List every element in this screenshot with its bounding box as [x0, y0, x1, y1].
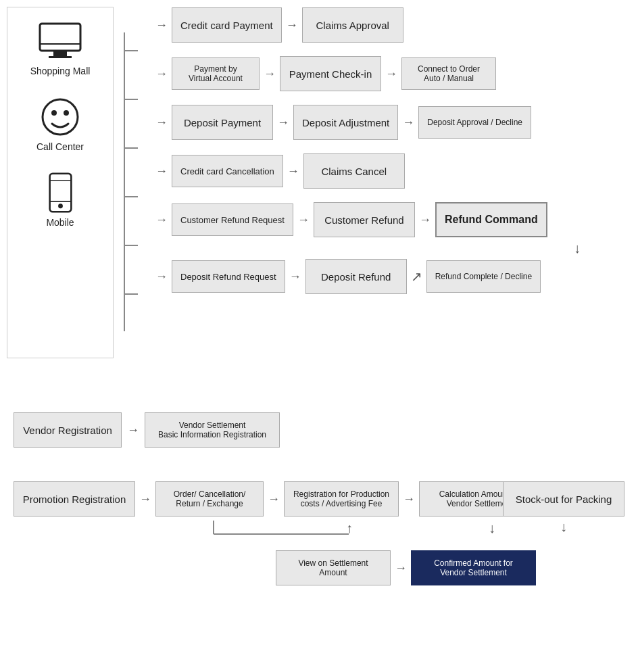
mobile-label: Mobile	[46, 217, 74, 228]
arrow-promo-2: →	[268, 493, 280, 505]
flow-row-5: → Customer Refund Request → Customer Ref…	[151, 201, 631, 238]
promo-flow-container: Stock-out for Packing ↓ Promotion Regist…	[14, 481, 624, 585]
promo-bottom-row: View on SettlementAmount → Confirmed Amo…	[14, 550, 624, 585]
face-icon	[40, 97, 80, 137]
box-payment-virtual: Payment by Virtual Account	[172, 57, 260, 90]
flow-row-5-group: → Customer Refund Request → Customer Ref…	[151, 201, 631, 259]
sidebar: Shopping Mall Call Center	[7, 7, 114, 358]
arrow-promo-3: →	[403, 493, 415, 505]
flow-row-1: → Credit card Payment → Claims Approval	[151, 7, 631, 43]
stock-out-container: Stock-out for Packing ↓	[503, 481, 624, 537]
svg-point-4	[43, 99, 78, 135]
arrow-down-stock: ↓	[560, 519, 567, 535]
box-order-cancellation: Order/ Cancellation/Return / Exchange	[155, 481, 264, 517]
shopping-mall-label: Shopping Mall	[30, 66, 91, 76]
arrow-r1-1: →	[286, 19, 298, 31]
arrow-r5-1: →	[297, 214, 310, 226]
box-payment-checkin: Payment Check-in	[280, 56, 381, 91]
flow-row-4: → Credit card Cancellation → Claims Canc…	[151, 153, 631, 189]
flow-area: → Credit card Payment → Claims Approval …	[114, 7, 631, 294]
svg-point-6	[64, 110, 69, 116]
box-deposit-adjustment: Deposit Adjustment	[293, 105, 398, 140]
arrow-down-calc: ↓	[489, 521, 495, 535]
arrow-r3-entry: →	[155, 116, 168, 128]
arrow-down-refund: ↓	[526, 241, 628, 256]
vendor-row: Vendor Registration → Vendor SettlementB…	[7, 412, 631, 448]
box-vendor-settlement-basic: Vendor SettlementBasic Information Regis…	[145, 412, 280, 448]
box-connect-order: Connect to Order Auto / Manual	[401, 57, 496, 90]
box-refund-command: Refund Command	[435, 202, 547, 237]
arrow-up-promo: ↑	[346, 521, 353, 535]
section-spacer	[7, 385, 631, 412]
sidebar-item-shopping-mall: Shopping Mall	[30, 21, 91, 76]
up-arrow-container: ↑	[292, 521, 407, 536]
svg-rect-2	[49, 56, 72, 58]
arrow-down-container: ↓	[151, 241, 631, 256]
box-claims-cancel: Claims Cancel	[303, 153, 405, 189]
box-refund-complete: Refund Complete / Decline	[426, 260, 541, 293]
box-customer-refund-request: Customer Refund Request	[172, 203, 293, 236]
flow-rows-container: → Credit card Payment → Claims Approval …	[151, 7, 631, 294]
monitor-icon	[36, 21, 84, 62]
arrow-r3-2: →	[402, 116, 414, 128]
main-diagram: Shopping Mall Call Center	[0, 0, 638, 606]
box-cc-cancellation: Credit card Cancellation	[172, 155, 283, 187]
box-customer-refund: Customer Refund	[314, 202, 415, 237]
box-deposit-refund: Deposit Refund	[305, 259, 407, 294]
svg-point-8	[58, 203, 63, 208]
flow-row-3: → Deposit Payment → Deposit Adjustment →…	[151, 104, 631, 141]
top-section: Shopping Mall Call Center	[7, 7, 631, 358]
svg-point-5	[51, 110, 57, 116]
mobile-icon	[45, 172, 76, 213]
arrow-diag-r6: ↗	[411, 268, 422, 285]
box-claims-approval: Claims Approval	[302, 7, 403, 43]
arrow-r2-1: →	[264, 68, 276, 80]
box-deposit-refund-request: Deposit Refund Request	[172, 260, 285, 293]
arrow-r6-entry: →	[155, 270, 168, 283]
spacer-order	[160, 521, 268, 550]
call-center-label: Call Center	[36, 141, 84, 152]
box-promotion-reg: Promotion Registration	[14, 481, 135, 517]
l-connector-svg	[160, 521, 268, 548]
box-vendor-registration: Vendor Registration	[14, 412, 122, 448]
box-deposit-payment: Deposit Payment	[172, 105, 273, 140]
arrow-r2-2: →	[385, 68, 397, 80]
arrow-promo-1: →	[139, 493, 151, 505]
box-reg-production-costs: Registration for Productioncosts / Adver…	[284, 481, 399, 517]
arrow-vendor-1: →	[127, 424, 139, 436]
box-confirmed-amount: Confirmed Amount forVendor Settlement	[411, 550, 536, 585]
arrow-r4-1: →	[287, 165, 299, 177]
branch-lines-svg	[114, 7, 138, 294]
arrow-r5-2: →	[419, 214, 431, 226]
arrow-r1-entry: →	[155, 19, 168, 31]
box-deposit-approval: Deposit Approval / Decline	[418, 106, 531, 139]
box-stock-out: Stock-out for Packing	[503, 481, 624, 517]
flow-row-6: → Deposit Refund Request → Deposit Refun…	[151, 259, 631, 294]
arrow-r4-entry: →	[155, 165, 168, 177]
svg-rect-0	[40, 24, 80, 51]
box-view-settlement: View on SettlementAmount	[276, 550, 391, 585]
arrow-promo-4: →	[395, 562, 407, 574]
arrow-r2-entry: →	[155, 68, 168, 80]
arrow-r6-1: →	[289, 270, 301, 283]
promotion-section: Stock-out for Packing ↓ Promotion Regist…	[7, 481, 631, 585]
sidebar-item-call-center: Call Center	[36, 97, 84, 152]
box-credit-card-payment: Credit card Payment	[172, 7, 282, 43]
arrow-r5-entry: →	[155, 214, 168, 226]
sidebar-item-mobile: Mobile	[45, 172, 76, 228]
svg-rect-1	[53, 51, 67, 56]
flow-row-2: → Payment by Virtual Account → Payment C…	[151, 55, 631, 92]
arrow-r3-1: →	[277, 116, 289, 128]
